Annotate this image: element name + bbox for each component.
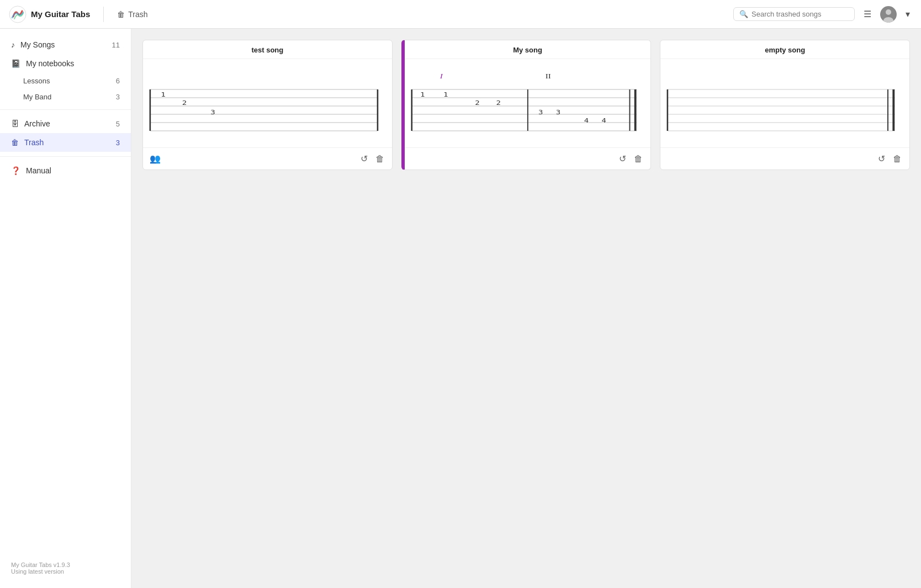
song-footer-test-song: 👥 ↺ 🗑 <box>143 147 392 169</box>
sidebar-label-my-notebooks: My notebooks <box>26 59 74 68</box>
sidebar-label-my-band: My Band <box>23 93 51 101</box>
restore-button-my-song[interactable]: ↺ <box>618 152 627 165</box>
sidebar-divider <box>0 109 131 110</box>
sidebar-item-trash[interactable]: 🗑 Trash 3 <box>0 133 131 152</box>
song-card-empty-song: empty song <box>660 40 910 170</box>
logo-icon <box>9 6 27 23</box>
page-title: 🗑 Trash <box>117 10 147 19</box>
main-content: test song <box>131 29 921 588</box>
sidebar-item-manual[interactable]: ❓ Manual <box>0 161 131 180</box>
sidebar-item-archive[interactable]: 🗄 Archive 5 <box>0 114 131 133</box>
svg-text:3: 3 <box>555 109 560 116</box>
sidebar-item-my-songs[interactable]: ♪ My Songs 11 <box>0 35 131 54</box>
layout: ♪ My Songs 11 📓 My notebooks Lessons 6 M… <box>0 29 921 588</box>
user-menu-button[interactable]: ▾ <box>903 7 912 22</box>
sidebar-label-manual: Manual <box>26 166 51 175</box>
topbar-right: 🔍 ☰ ▾ <box>733 6 912 23</box>
sidebar-count-trash: 3 <box>116 139 120 147</box>
restore-button-test-song[interactable]: ↺ <box>359 152 369 165</box>
svg-text:3: 3 <box>538 109 543 116</box>
svg-text:2: 2 <box>475 99 479 107</box>
tab-svg-my-song: I II <box>405 59 651 136</box>
trash-sidebar-icon: 🗑 <box>11 138 19 147</box>
sidebar-count-archive: 5 <box>116 120 120 128</box>
svg-text:4: 4 <box>601 117 606 124</box>
svg-text:1: 1 <box>420 91 425 98</box>
sidebar-label-my-songs: My Songs <box>20 40 55 49</box>
songs-grid: test song <box>142 40 910 170</box>
app-logo[interactable]: My Guitar Tabs <box>9 6 90 23</box>
sidebar-label-trash: Trash <box>24 138 44 147</box>
notebook-icon: 📓 <box>11 59 20 68</box>
sidebar-count-lessons: 6 <box>116 77 120 85</box>
svg-text:3: 3 <box>210 109 215 116</box>
svg-text:1: 1 <box>443 91 448 98</box>
restore-button-empty-song[interactable]: ↺ <box>877 152 886 165</box>
song-preview-empty-song[interactable] <box>660 59 909 147</box>
tab-svg-test-song: 1 2 3 <box>143 59 392 136</box>
song-title-my-song: My song <box>405 40 651 59</box>
song-footer-empty-song: ↺ 🗑 <box>660 147 909 169</box>
svg-text:2: 2 <box>182 99 187 107</box>
sidebar-item-my-notebooks[interactable]: 📓 My notebooks <box>0 54 131 73</box>
tab-svg-empty-song <box>660 59 909 136</box>
svg-text:4: 4 <box>584 117 588 124</box>
search-input[interactable] <box>751 10 849 18</box>
song-preview-test-song[interactable]: 1 2 3 <box>143 59 392 147</box>
song-card-test-song: test song <box>142 40 393 170</box>
collaborators-icon: 👥 <box>150 153 161 164</box>
song-card-my-song: My song I II <box>401 40 652 170</box>
delete-button-test-song[interactable]: 🗑 <box>374 153 385 165</box>
sidebar-count-my-band: 3 <box>116 93 120 101</box>
song-preview-my-song[interactable]: I II <box>405 59 651 147</box>
sidebar-item-my-band[interactable]: My Band 3 <box>0 89 131 105</box>
trash-icon: 🗑 <box>117 10 125 19</box>
sidebar-divider-2 <box>0 156 131 157</box>
app-version-note: Using latest version <box>11 568 64 575</box>
app-version-number: v1.9.3 <box>54 561 70 568</box>
archive-icon: 🗄 <box>11 119 19 128</box>
svg-point-2 <box>886 9 891 15</box>
svg-text:II: II <box>545 73 551 80</box>
view-toggle-button[interactable]: ☰ <box>861 7 874 22</box>
sidebar-footer: My Guitar Tabs v1.9.3 Using latest versi… <box>0 555 131 581</box>
sidebar-item-lessons[interactable]: Lessons 6 <box>0 73 131 89</box>
app-title: My Guitar Tabs <box>31 9 90 19</box>
song-title-empty-song: empty song <box>660 40 909 59</box>
sidebar: ♪ My Songs 11 📓 My notebooks Lessons 6 M… <box>0 29 131 588</box>
page-title-text: Trash <box>128 10 147 19</box>
avatar[interactable] <box>880 6 897 23</box>
search-icon: 🔍 <box>739 10 748 18</box>
topbar: My Guitar Tabs 🗑 Trash 🔍 ☰ ▾ <box>0 0 921 29</box>
topbar-divider <box>103 7 104 22</box>
music-note-icon: ♪ <box>11 40 15 49</box>
app-version: My Guitar Tabs <box>11 561 52 568</box>
song-title-test-song: test song <box>143 40 392 59</box>
svg-text:1: 1 <box>161 91 166 98</box>
sidebar-count-my-songs: 11 <box>112 41 120 49</box>
delete-button-empty-song[interactable]: 🗑 <box>892 153 903 165</box>
delete-button-my-song[interactable]: 🗑 <box>633 153 644 165</box>
svg-text:I: I <box>439 73 443 80</box>
sidebar-label-lessons: Lessons <box>23 77 50 85</box>
help-circle-icon: ❓ <box>11 166 20 175</box>
sidebar-label-archive: Archive <box>24 119 50 128</box>
song-footer-my-song: ↺ 🗑 <box>405 147 651 169</box>
svg-text:2: 2 <box>496 99 500 107</box>
search-box[interactable]: 🔍 <box>733 7 855 21</box>
